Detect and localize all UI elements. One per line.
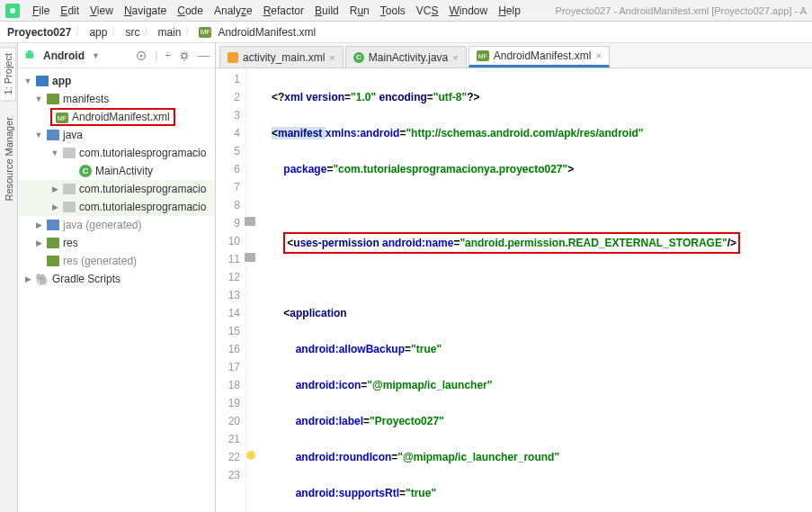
menu-view[interactable]: View	[85, 4, 119, 17]
menu-help[interactable]: Help	[493, 4, 526, 17]
menu-navigate[interactable]: Navigate	[119, 4, 172, 17]
breadcrumb: Proyecto027 〉 app 〉 src 〉 main 〉 MF Andr…	[0, 22, 812, 43]
tree-res[interactable]: ▶res	[18, 234, 215, 252]
menu-run[interactable]: Run	[344, 4, 375, 17]
manifest-file-icon: MF	[199, 27, 211, 38]
project-panel: Android ▼ | ÷ — ▼app ▼manifests MFAndroi…	[18, 43, 216, 512]
tree-manifests[interactable]: ▼manifests	[18, 90, 215, 108]
svg-point-2	[27, 51, 28, 52]
code-editor[interactable]: 12345678 9 10 11 12131415161718192021 22…	[216, 68, 812, 512]
folder-icon	[47, 220, 59, 230]
menu-build[interactable]: Build	[309, 4, 344, 17]
manifest-file-icon: MF	[477, 50, 489, 61]
folder-icon	[47, 238, 59, 248]
editor-tabs: activity_main.xml× CMainActivity.java× M…	[216, 43, 812, 68]
lightbulb-icon[interactable]	[246, 451, 255, 460]
breadcrumb-file[interactable]: AndroidManifest.xml	[218, 26, 316, 39]
left-tool-strip: 1: Project Resource Manager	[0, 43, 18, 512]
gutter-mark-icon[interactable]	[245, 253, 255, 262]
menu-refactor[interactable]: Refactor	[258, 4, 309, 17]
editor-area: activity_main.xml× CMainActivity.java× M…	[216, 43, 812, 512]
gutter-mark-icon[interactable]	[245, 217, 255, 226]
close-icon[interactable]: ×	[329, 52, 335, 63]
tree-java[interactable]: ▼java	[18, 126, 215, 144]
window-title: Proyecto027 - AndroidManifest.xml [Proye…	[556, 5, 807, 16]
breadcrumb-src[interactable]: src	[125, 26, 139, 39]
folder-icon	[47, 256, 59, 266]
svg-point-3	[31, 51, 31, 52]
project-view-mode[interactable]: Android	[43, 49, 85, 62]
project-tree: ▼app ▼manifests MFAndroidManifest.xml ▼j…	[18, 68, 215, 292]
menu-vcs[interactable]: VCS	[411, 4, 444, 17]
tab-main-activity[interactable]: CMainActivity.java×	[345, 46, 467, 67]
menu-tools[interactable]: Tools	[375, 4, 411, 17]
tool-tab-resource-manager[interactable]: Resource Manager	[2, 112, 16, 207]
class-icon: C	[79, 165, 92, 177]
package-icon	[63, 184, 76, 194]
svg-point-6	[182, 53, 186, 58]
chevron-right-icon: 〉	[75, 24, 85, 40]
tree-package-3[interactable]: ▶com.tutorialesprogramacio	[18, 198, 215, 216]
close-icon[interactable]: ×	[595, 50, 601, 61]
tab-activity-main[interactable]: activity_main.xml×	[219, 46, 344, 67]
menu-code[interactable]: Code	[172, 4, 209, 17]
svg-point-5	[140, 54, 143, 57]
tree-package-2[interactable]: ▶com.tutorialesprogramacio	[18, 180, 215, 198]
menu-edit[interactable]: Edit	[55, 4, 85, 17]
tree-res-gen[interactable]: res (generated)	[18, 252, 215, 270]
android-studio-logo-icon	[5, 4, 20, 18]
menu-bar: FFileile Edit View Navigate Code Analyze…	[0, 0, 812, 22]
tool-tab-project[interactable]: 1: Project	[1, 47, 16, 101]
tree-app[interactable]: ▼app	[18, 72, 215, 90]
menu-window[interactable]: Window	[443, 4, 493, 17]
breadcrumb-root[interactable]: Proyecto027	[7, 26, 71, 39]
tree-manifest-file[interactable]: MFAndroidManifest.xml	[18, 108, 215, 126]
tree-main-activity[interactable]: CMainActivity	[18, 162, 215, 180]
xml-file-icon	[228, 52, 238, 63]
tab-android-manifest[interactable]: MFAndroidManifest.xml×	[468, 46, 610, 67]
manifest-file-icon: MF	[56, 112, 68, 123]
chevron-right-icon: 〉	[143, 24, 154, 40]
module-icon	[36, 76, 49, 86]
chevron-right-icon: 〉	[184, 24, 195, 40]
gear-icon[interactable]	[178, 49, 191, 62]
svg-point-1	[10, 8, 15, 13]
target-icon[interactable]	[135, 49, 147, 62]
tree-gradle-scripts[interactable]: ▶🐘Gradle Scripts	[18, 270, 215, 288]
gradle-icon: 🐘	[36, 273, 49, 285]
chevron-right-icon: 〉	[111, 24, 121, 40]
separator: ÷	[165, 49, 171, 62]
collapse-icon[interactable]: —	[198, 49, 210, 62]
folder-icon	[47, 94, 59, 104]
breadcrumb-main[interactable]: main	[157, 26, 181, 39]
line-gutter: 12345678 9 10 11 12131415161718192021 22…	[216, 68, 246, 512]
menu-analyze[interactable]: Analyze	[209, 4, 258, 17]
code-content[interactable]: <?xml version="1.0" encoding="utf-8"?> <…	[264, 68, 740, 512]
package-icon	[63, 148, 76, 158]
chevron-down-icon[interactable]: ▼	[92, 51, 100, 60]
tree-java-gen[interactable]: ▶java (generated)	[18, 216, 215, 234]
project-toolbar: Android ▼ | ÷ —	[18, 43, 215, 68]
divider: |	[155, 49, 157, 62]
close-icon[interactable]: ×	[452, 52, 458, 63]
android-icon	[23, 49, 36, 62]
package-icon	[63, 202, 76, 212]
tree-package-main[interactable]: ▼com.tutorialesprogramacio	[18, 144, 215, 162]
folder-icon	[47, 130, 59, 140]
breadcrumb-app[interactable]: app	[89, 26, 107, 39]
class-icon: C	[353, 52, 364, 63]
menu-file[interactable]: FFileile	[27, 4, 55, 17]
